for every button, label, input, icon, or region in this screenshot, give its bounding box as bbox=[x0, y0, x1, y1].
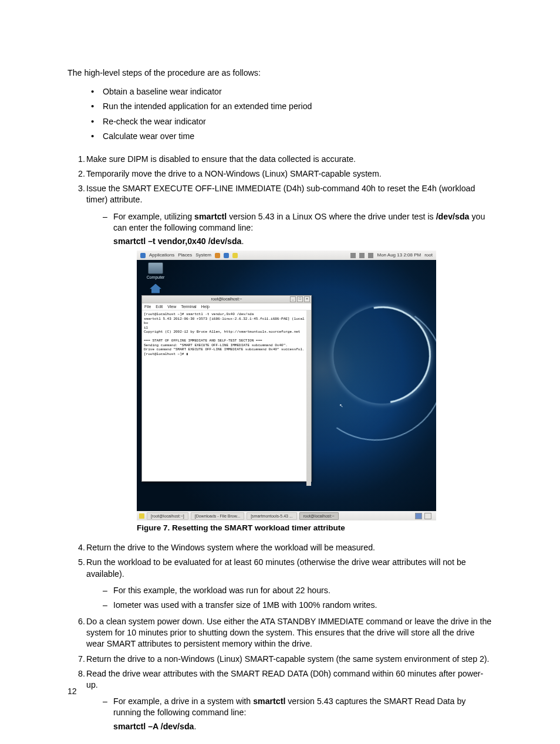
terminal-titlebar[interactable]: root@localhost:~ _ □ × bbox=[142, 296, 311, 303]
step-5-sub-a: For this example, the workload was run f… bbox=[113, 583, 492, 598]
step-6: Do a clean system power down. Use either… bbox=[86, 614, 492, 652]
step-5-sub-b: Iometer was used with a transfer size of… bbox=[113, 598, 492, 613]
gnome-bottom-panel: [root@localhost:~] [Downloads - File Bro… bbox=[137, 511, 436, 520]
show-desktop-icon[interactable] bbox=[139, 513, 144, 519]
s3a-mid: version 5.43 in a Linux OS where the dri… bbox=[227, 212, 436, 221]
step-2: Temporarily move the drive to a NON-Wind… bbox=[86, 167, 492, 181]
volume-icon[interactable] bbox=[368, 253, 373, 258]
terminal-title-text: root@localhost:~ bbox=[211, 297, 242, 301]
term-menu-edit[interactable]: Edit bbox=[156, 305, 163, 309]
s8a-pre: For example, a drive in a system with bbox=[113, 696, 253, 706]
term-menu-help[interactable]: Help bbox=[201, 305, 210, 309]
overview-bullets: Obtain a baseline wear indicator Run the… bbox=[68, 84, 492, 144]
window-close-icon[interactable]: × bbox=[304, 296, 310, 302]
step-3-sub: For example, utilizing smartctl version … bbox=[113, 209, 492, 539]
step-8-text: Read the drive wear attributes with the … bbox=[86, 669, 483, 689]
s3a-devsda: /dev/sda bbox=[436, 212, 470, 221]
user-text[interactable]: root bbox=[424, 252, 433, 259]
term-menu-terminal[interactable]: Terminal bbox=[181, 305, 196, 309]
bullet-4: Calculate wear over time bbox=[95, 129, 492, 144]
taskbar-item-1[interactable]: [root@localhost:~] bbox=[147, 512, 188, 520]
figure-7-caption: Figure 7. Resetting the SMART workload t… bbox=[137, 523, 492, 533]
firefox-icon[interactable] bbox=[215, 253, 220, 258]
step-7: Return the drive to a non-Windows (Linux… bbox=[86, 652, 492, 667]
workspace-2[interactable] bbox=[424, 513, 431, 519]
taskbar-item-3[interactable]: [smartmontools-5.43 ... bbox=[247, 512, 297, 520]
menu-system[interactable]: System bbox=[195, 252, 211, 259]
network-icon[interactable] bbox=[359, 253, 365, 258]
foot-icon bbox=[140, 253, 146, 258]
computer-label: Computer bbox=[143, 275, 168, 280]
menu-applications[interactable]: Applications bbox=[149, 252, 174, 259]
step-3-command: smartctl –t vendor,0x40 /dev/sda. bbox=[113, 236, 492, 247]
bullet-3: Re-check the wear indicator bbox=[95, 114, 492, 129]
page-number: 12 bbox=[68, 686, 77, 697]
clock-text[interactable]: Mon Aug 13 2:08 PM bbox=[377, 252, 421, 259]
step-3: Issue the SMART EXECUTE OFF-LINE IMMEDIA… bbox=[86, 181, 492, 540]
s8a-smartctl: smartctl bbox=[253, 696, 285, 706]
window-maximize-icon[interactable]: □ bbox=[297, 296, 303, 302]
desktop-cursor-icon: ↖ bbox=[339, 403, 343, 410]
step-5: Run the workload to be evaluated for at … bbox=[86, 555, 492, 614]
gnome-top-panel: Applications Places System Mon Au bbox=[137, 251, 436, 260]
s3a-pre: For example, utilizing bbox=[113, 212, 194, 221]
step-8-sub: For example, a drive in a system with sm… bbox=[113, 694, 492, 734]
figure-7-screenshot: ↖ Applications Places System bbox=[137, 251, 436, 520]
step-3-text: Issue the SMART EXECUTE OFF-LINE IMMEDIA… bbox=[86, 184, 475, 204]
update-icon[interactable] bbox=[350, 253, 356, 258]
bullet-1: Obtain a baseline wear indicator bbox=[95, 84, 492, 99]
step-8: Read the drive wear attributes with the … bbox=[86, 667, 492, 736]
procedure-steps: Make sure DIPM is disabled to ensure tha… bbox=[68, 152, 492, 736]
menu-places[interactable]: Places bbox=[178, 252, 192, 259]
desktop-computer-icon[interactable]: Computer bbox=[143, 262, 168, 280]
step-1: Make sure DIPM is disabled to ensure tha… bbox=[86, 152, 492, 167]
workspace-1[interactable] bbox=[415, 513, 422, 519]
taskbar-item-2[interactable]: [Downloads - File Brow... bbox=[191, 512, 244, 520]
window-minimize-icon[interactable]: _ bbox=[290, 296, 296, 302]
app-launcher-icon[interactable] bbox=[224, 253, 229, 258]
step-5-text: Run the workload to be evaluated for at … bbox=[86, 557, 466, 578]
terminal-menubar[interactable]: File Edit View Terminal Help bbox=[142, 303, 311, 310]
term-menu-view[interactable]: View bbox=[167, 305, 176, 309]
step-4: Return the drive to the Windows system w… bbox=[86, 540, 492, 555]
terminal-window[interactable]: root@localhost:~ _ □ × File Edit bbox=[141, 295, 312, 482]
intro-text: The high-level steps of the procedure ar… bbox=[68, 67, 492, 79]
term-menu-file[interactable]: File bbox=[144, 305, 151, 309]
bullet-2: Run the intended application for an exte… bbox=[95, 99, 492, 114]
terminal-output[interactable]: [root@localhost ~]# smartctl -t vendor,0… bbox=[142, 310, 311, 486]
step-8-command: smartctl –A /dev/sda. bbox=[113, 721, 492, 732]
taskbar-item-4[interactable]: root@localhost:~ bbox=[299, 512, 339, 520]
s3a-smartctl: smartctl bbox=[194, 212, 227, 221]
note-icon[interactable] bbox=[232, 253, 238, 258]
